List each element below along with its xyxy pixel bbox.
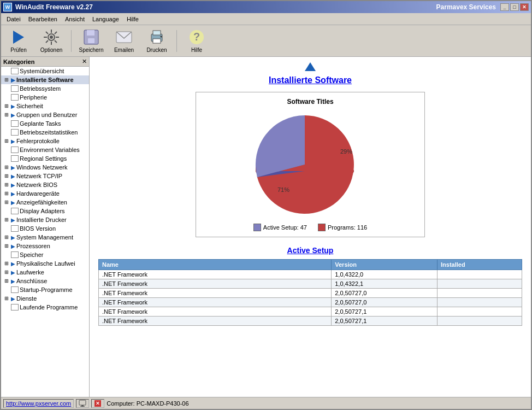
hilfe-button[interactable]: ? Hilfe — [181, 27, 212, 55]
sidebar-item-betriebszeitstatistiken[interactable]: Betriebszeitstatistiken — [1, 128, 89, 137]
optionen-button[interactable]: Optionen — [36, 27, 67, 55]
expander-fehlerprotokolle[interactable]: ⊞ — [2, 138, 11, 144]
sidebar-item-netzwerk-bios[interactable]: ⊞▶Netzwerk BIOS — [1, 180, 89, 189]
menu-datei[interactable]: Datei — [3, 15, 24, 23]
arrow-icon-fehlerprotokolle: ▶ — [11, 138, 15, 144]
menu-language[interactable]: Language — [89, 15, 122, 23]
emailen-button[interactable]: Emailen — [109, 27, 139, 55]
sidebar-item-environment-variables[interactable]: Environment Variables — [1, 145, 89, 154]
emailen-label: Emailen — [114, 47, 134, 53]
close-button[interactable]: ✕ — [520, 3, 529, 11]
sidebar-item-betriebssystem[interactable]: Betriebssystem — [1, 84, 89, 93]
sidebar-item-display-adapters[interactable]: Display Adapters — [1, 207, 89, 215]
sidebar-item-speicher[interactable]: Speicher — [1, 250, 89, 259]
toolbar: Prüfen Optionen — [1, 25, 531, 57]
sidebar-item-gruppen-benutzer[interactable]: ⊞▶Gruppen und Benutzer — [1, 110, 89, 119]
legend-color-active-setup — [253, 224, 261, 231]
sidebar-item-startup-programme[interactable]: Startup-Programme — [1, 285, 89, 294]
sidebar-item-netzwerk-tcp-ip[interactable]: ⊞▶Netzwerk TCP/IP — [1, 172, 89, 180]
table-cell — [438, 298, 522, 307]
svg-point-18 — [161, 36, 162, 38]
active-setup-link[interactable]: Active Setup — [98, 246, 522, 255]
sidebar-item-geplante-tasks[interactable]: Geplante Tasks — [1, 119, 89, 128]
expander-netzwerk-bios[interactable]: ⊞ — [2, 182, 11, 188]
sidebar-item-installierte-drucker[interactable]: ⊞▶Installierte Drucker — [1, 215, 89, 224]
expander-anzeigefaehigkeiten[interactable]: ⊞ — [2, 200, 11, 205]
sidebar-item-bios-version[interactable]: BIOS Version — [1, 224, 89, 233]
expander-installierte-software[interactable]: ⊞ — [2, 77, 11, 83]
sidebar-item-systemubersicht[interactable]: Systemübersicht — [1, 67, 89, 75]
arrow-icon-system-management: ▶ — [11, 235, 15, 241]
legend-item-active-setup: Active Setup: 47 — [253, 224, 307, 231]
prufen-label: Prüfen — [10, 47, 26, 53]
pie-chart: 29% 71% — [212, 110, 409, 219]
maximize-button[interactable]: □ — [510, 3, 519, 11]
expander-installierte-drucker[interactable]: ⊞ — [2, 217, 11, 222]
chart-label-71: 71% — [277, 186, 289, 193]
label-installierte-drucker: Installierte Drucker — [16, 216, 67, 223]
menu-ansicht[interactable]: Ansicht — [62, 15, 88, 23]
drucken-label: Drucken — [146, 47, 167, 53]
expander-windows-netzwerk[interactable]: ⊞ — [2, 165, 11, 170]
label-system-management: System Management — [16, 234, 73, 241]
x-icon: ✕ — [94, 400, 102, 407]
page-icon-systemubersicht — [11, 68, 19, 74]
arrow-icon-dienste: ▶ — [11, 296, 15, 302]
menu-hilfe[interactable]: Hilfe — [123, 15, 142, 23]
sidebar-item-hardwaregeraete[interactable]: ⊞▶Hardwaregeräte — [1, 189, 89, 198]
svg-rect-25 — [80, 406, 85, 407]
sidebar-close-button[interactable]: ✕ — [82, 58, 87, 65]
sidebar-list: Systemübersicht⊞▶Installierte SoftwareBe… — [1, 67, 89, 397]
sidebar-item-dienste[interactable]: ⊞▶Dienste — [1, 294, 89, 303]
sidebar-item-sicherheit[interactable]: ⊞▶Sicherheit — [1, 102, 89, 110]
menu-bearbeiten[interactable]: Bearbeiten — [25, 15, 61, 23]
expander-system-management[interactable]: ⊞ — [2, 235, 11, 240]
toolbar-separator — [71, 30, 72, 52]
svg-line-8 — [55, 40, 57, 43]
speichern-button[interactable]: Speichern — [76, 27, 107, 55]
sidebar-item-anzeigefaehigkeiten[interactable]: ⊞▶Anzeigefähigkeiten — [1, 198, 89, 207]
arrow-icon-installierte-software: ▶ — [11, 77, 15, 83]
sidebar-item-laufende-programme[interactable]: Laufende Programme — [1, 303, 89, 312]
expander-anschlusse[interactable]: ⊞ — [2, 278, 11, 284]
main-window: W WinAudit Freeware v2.27 Parmavex Servi… — [0, 0, 532, 410]
col-header-name: Name — [99, 260, 332, 270]
sidebar-item-windows-netzwerk[interactable]: ⊞▶Windows Netzwerk — [1, 163, 89, 172]
arrow-icon-netzwerk-tcp-ip: ▶ — [11, 173, 15, 179]
sidebar-item-installierte-software[interactable]: ⊞▶Installierte Software — [1, 75, 89, 84]
label-physikalische-laufwerke: Physikalische Laufwei — [16, 260, 75, 267]
minimize-button[interactable]: _ — [500, 3, 509, 11]
sidebar-item-anschlusse[interactable]: ⊞▶Anschlüsse — [1, 277, 89, 285]
sidebar-item-prozessoren[interactable]: ⊞▶Prozessoren — [1, 242, 89, 250]
expander-sicherheit[interactable]: ⊞ — [2, 103, 11, 109]
status-bar: http://www.pxserver.com ✕ Computer: PC-M… — [1, 397, 531, 409]
expander-dienste[interactable]: ⊞ — [2, 296, 11, 301]
expander-netzwerk-tcp-ip[interactable]: ⊞ — [2, 173, 11, 179]
expander-prozessoren[interactable]: ⊞ — [2, 243, 11, 249]
sidebar-item-laufwerke[interactable]: ⊞▶Laufwerke — [1, 268, 89, 277]
up-arrow-button[interactable] — [304, 61, 317, 73]
page-title-link[interactable]: Installierte Software — [269, 75, 352, 85]
sidebar-item-physikalische-laufwerke[interactable]: ⊞▶Physikalische Laufwei — [1, 259, 89, 268]
label-installierte-software: Installierte Software — [16, 77, 74, 83]
legend-label-active-setup: Active Setup: 47 — [263, 224, 307, 231]
label-anschlusse: Anschlüsse — [16, 278, 47, 284]
sidebar-item-peripherie[interactable]: Peripherie — [1, 93, 89, 102]
sidebar-item-system-management[interactable]: ⊞▶System Management — [1, 233, 89, 242]
expander-physikalische-laufwerke[interactable]: ⊞ — [2, 261, 11, 266]
prufen-button[interactable]: Prüfen — [3, 27, 34, 55]
status-url-link[interactable]: http://www.pxserver.com — [6, 400, 71, 407]
page-icon-peripherie — [11, 94, 19, 101]
sidebar-item-regional-settings[interactable]: Regional Settings — [1, 154, 89, 163]
table-row: .NET Framework2,0,50727,0 — [99, 289, 522, 298]
drucken-button[interactable]: Drucken — [141, 27, 172, 55]
expander-laufwerke[interactable]: ⊞ — [2, 270, 11, 275]
label-betriebszeitstatistiken: Betriebszeitstatistiken — [20, 129, 78, 136]
expander-gruppen-benutzer[interactable]: ⊞ — [2, 112, 11, 118]
svg-rect-16 — [153, 31, 161, 35]
sidebar-item-fehlerprotokolle[interactable]: ⊞▶Fehlerprotokolle — [1, 137, 89, 145]
table-cell: 2,0,50727,0 — [332, 289, 438, 298]
svg-text:✕: ✕ — [96, 401, 100, 406]
svg-rect-13 — [88, 38, 94, 43]
expander-hardwaregeraete[interactable]: ⊞ — [2, 191, 11, 196]
